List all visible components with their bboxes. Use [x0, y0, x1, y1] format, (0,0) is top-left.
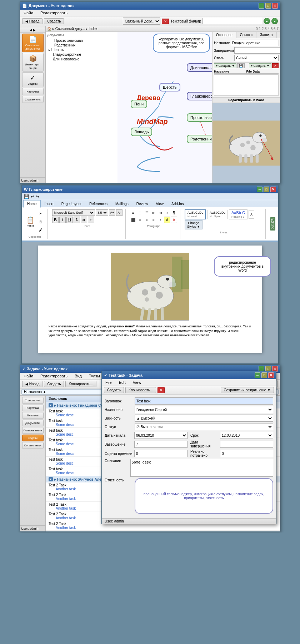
task-back-btn[interactable]: ◀ Назад	[22, 381, 42, 387]
detail-minimize-btn[interactable]: ─	[255, 372, 260, 378]
detail-start-select[interactable]: 06.03.2010	[134, 432, 188, 439]
doc-filter-clear-btn[interactable]: ✕	[162, 19, 169, 24]
nav-forward-icon[interactable]: ▶	[33, 28, 36, 32]
tree-item-dlinnov[interactable]: Длинноволосые	[47, 57, 115, 61]
strikethrough-btn[interactable]: S̶	[74, 217, 80, 223]
tab-osnov[interactable]: Основное	[212, 32, 236, 38]
props-delete-btn[interactable]: ✕	[272, 63, 279, 68]
props-create2-btn[interactable]: + Создать ▼	[249, 63, 271, 68]
task-sb-payments[interactable]: Платежи	[22, 412, 44, 419]
doc-minimize-btn[interactable]: ─	[259, 3, 264, 9]
doc-back-btn[interactable]: ◀ Назад	[22, 18, 42, 24]
task-sb-users[interactable]: Пользователи	[22, 427, 44, 434]
detail-menu-view[interactable]: View	[131, 380, 143, 385]
word-redo-icon[interactable]: ↪	[36, 194, 39, 199]
bullets-btn[interactable]: ≡	[130, 209, 136, 216]
word-save-icon[interactable]: 💾	[24, 194, 29, 199]
ribbon-tab-review[interactable]: Review	[132, 200, 152, 207]
detail-deadline-select[interactable]: 12.03.2010	[220, 432, 273, 439]
justify-btn[interactable]: ≡	[150, 217, 157, 223]
style-nospace-btn[interactable]: AaBbCcDcNo Spaci...	[207, 210, 228, 219]
props-save-btn[interactable]: 💾	[237, 63, 245, 68]
word-undo-icon[interactable]: ↩	[31, 194, 34, 199]
detail-complete-input[interactable]	[134, 441, 188, 448]
ribbon-tab-insert[interactable]: Insert	[41, 200, 58, 207]
tree-item-prosto[interactable]: Просто знакомая	[47, 38, 115, 43]
task-menu-tools[interactable]: Тулзы	[88, 373, 101, 378]
detail-delete-btn[interactable]: ✕	[158, 387, 165, 393]
task-sb-ref[interactable]: Справочники	[22, 442, 44, 449]
word-maximize-btn[interactable]: □	[264, 187, 269, 192]
detail-maximize-btn[interactable]: □	[261, 372, 267, 378]
doc-menu-file[interactable]: Файл	[22, 10, 35, 15]
detail-clone-btn[interactable]: Клонировать...	[125, 387, 156, 393]
task-clone-btn[interactable]: Клонировать...	[65, 381, 96, 387]
detail-assigned-select[interactable]: Гинадинов Сергей	[135, 406, 273, 413]
task-menu-view[interactable]: Вид	[73, 373, 83, 378]
detail-desc-textarea[interactable]: Some desc	[130, 459, 273, 477]
align-right-btn[interactable]: ≡	[144, 217, 150, 223]
doc-filter-input[interactable]	[202, 18, 262, 24]
nav-back-icon[interactable]: ◀	[30, 28, 32, 32]
detail-priority-select[interactable]: ▲ Высокий	[135, 415, 273, 422]
word-minimize-btn[interactable]: ─	[257, 187, 262, 192]
tree-item-rodstv[interactable]: Родственник	[47, 43, 115, 48]
ribbon-tab-view[interactable]: View	[152, 200, 168, 207]
superscript-btn[interactable]: x²	[88, 217, 94, 223]
indent-dec-btn[interactable]: ⇤	[150, 209, 157, 216]
multilevel-btn[interactable]: ☰	[144, 209, 150, 216]
marks-btn[interactable]: ¶	[171, 209, 177, 216]
props-create-btn[interactable]: + Создать ▼	[214, 63, 236, 68]
detail-enddate-input[interactable]	[220, 441, 273, 448]
style-aa-btn[interactable]: A	[249, 210, 254, 219]
sidebar-inventory[interactable]: 📦 Инвентари- зация	[22, 53, 44, 71]
font-color-btn[interactable]: A	[171, 217, 177, 223]
font-size-select[interactable]: 8,5	[96, 209, 108, 216]
font-shrink-btn[interactable]: A-	[116, 209, 122, 216]
detail-menu-edit[interactable]: Edit	[118, 380, 127, 385]
sidebar-ref[interactable]: Справочник	[22, 96, 44, 103]
detail-create-btn[interactable]: Создать	[104, 387, 124, 393]
node-sherst[interactable]: Шерсть	[159, 83, 180, 91]
task-sb-cards[interactable]: Карточки	[22, 405, 44, 411]
detail-timeest-input[interactable]	[134, 450, 188, 457]
detail-save-btn[interactable]: Сохранить и создать еще ▼	[221, 387, 274, 393]
cut-btn[interactable]: ✂	[37, 209, 45, 217]
ribbon-tab-mailings[interactable]: Mailings	[111, 200, 132, 207]
ribbon-tab-pagelayout[interactable]: Page Layout	[58, 200, 85, 207]
ribbon-tab-addins[interactable]: Add-Ins	[168, 200, 188, 207]
sort-btn[interactable]: ↕	[164, 209, 170, 216]
style-select[interactable]: Синий	[234, 55, 279, 61]
highlight-btn[interactable]: A	[164, 217, 170, 223]
detail-actual-input[interactable]	[220, 450, 273, 457]
doc-filter-go-btn[interactable]: ●	[264, 18, 270, 24]
sidebar-cards[interactable]: Карточки	[22, 88, 44, 95]
tab-links[interactable]: Ссылки	[236, 32, 256, 38]
node-prosto[interactable]: Просто знакомая	[187, 113, 212, 122]
node-loshad[interactable]: Лошадь	[131, 128, 152, 136]
detail-title-input[interactable]	[135, 397, 273, 405]
word-close-btn[interactable]: ✕	[270, 187, 276, 192]
node-poni[interactable]: Пони	[131, 100, 147, 108]
doc-maximize-btn[interactable]: □	[265, 3, 271, 9]
task-menu-file[interactable]: Файл	[22, 373, 35, 378]
doc-create-btn[interactable]: Создать	[44, 18, 64, 24]
bold-btn[interactable]: B	[52, 217, 59, 223]
node-rodstv[interactable]: Родственник	[187, 135, 212, 143]
task-sb-docs[interactable]: Документы	[22, 420, 44, 426]
node-dlinnov[interactable]: Длинноволосые	[187, 63, 212, 72]
doc-menu-edit[interactable]: Редактировать	[39, 10, 69, 15]
task-menu-edit[interactable]: Редактировать	[39, 373, 69, 378]
tree-item-gladkosh[interactable]: Гладкошерстные	[47, 52, 115, 57]
copy-btn[interactable]: ⎘	[37, 218, 45, 226]
tree-item-sherst[interactable]: ▸ Шерсть	[47, 48, 115, 52]
style-heading1-btn[interactable]: AaBb CHeading 1	[229, 209, 248, 219]
line-spacing-btn[interactable]: ↕	[157, 217, 164, 223]
indent-inc-btn[interactable]: ⇥	[157, 209, 164, 216]
doc-filter-reset-btn[interactable]: ●	[271, 18, 278, 24]
ribbon-tab-refs[interactable]: References	[85, 200, 111, 207]
task-sb-transactions[interactable]: Транзакции	[22, 397, 44, 404]
task-create-btn[interactable]: Создать	[44, 381, 64, 387]
tab-protection[interactable]: Защита	[256, 32, 276, 38]
detail-close-btn[interactable]: ✕	[268, 372, 274, 378]
